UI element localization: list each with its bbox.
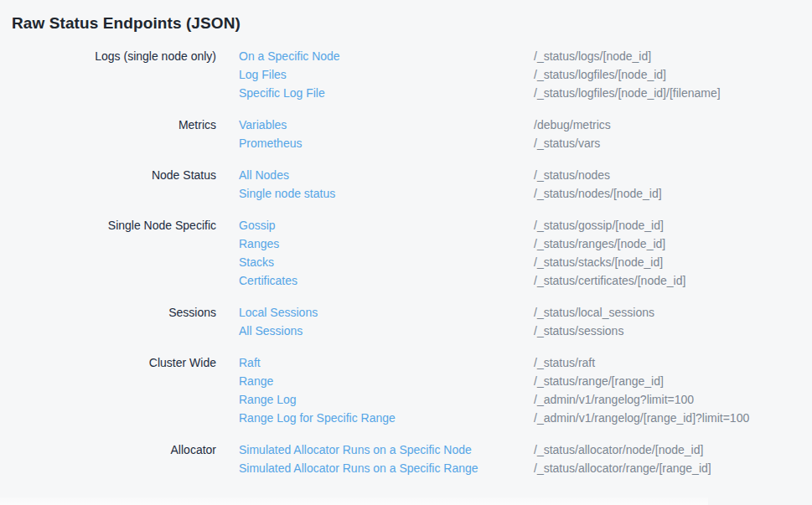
endpoint-row: Prometheus /_status/vars [239, 134, 812, 152]
endpoint-link[interactable]: Local Sessions [239, 303, 511, 322]
endpoint-link[interactable]: Raft [239, 353, 511, 372]
endpoint-path: /_status/certificates/[node_id] [534, 271, 685, 290]
endpoint-row: Simulated Allocator Runs on a Specific R… [239, 459, 812, 477]
endpoint-path: /_status/allocator/range/[range_id] [534, 459, 711, 477]
endpoint-link[interactable]: Stacks [239, 253, 511, 271]
endpoint-row: Range Log for Specific Range /_admin/v1/… [239, 409, 812, 427]
endpoint-path: /_status/logfiles/[node_id] [534, 65, 666, 84]
category-label: Metrics [12, 116, 216, 134]
endpoint-row: All Nodes /_status/nodes [239, 166, 812, 184]
endpoint-row: Raft /_status/raft [239, 353, 812, 372]
endpoint-row: On a Specific Node /_status/logs/[node_i… [239, 47, 812, 65]
endpoint-link[interactable]: Range Log for Specific Range [239, 409, 511, 427]
endpoint-path: /_status/allocator/node/[node_id] [534, 441, 703, 459]
endpoint-link[interactable]: Variables [239, 116, 511, 134]
endpoint-row: Gossip /_status/gossip/[node_id] [239, 216, 812, 234]
endpoint-path: /_status/local_sessions [534, 303, 654, 322]
endpoint-row: Specific Log File /_status/logfiles/[nod… [239, 84, 812, 102]
endpoint-section: Metrics Variables /debug/metrics Prometh… [12, 116, 812, 152]
endpoint-path: /_status/logs/[node_id] [534, 47, 651, 65]
endpoint-link[interactable]: On a Specific Node [239, 47, 511, 65]
endpoint-path: /_admin/v1/rangelog?limit=100 [534, 390, 694, 409]
endpoint-link[interactable]: Specific Log File [239, 84, 511, 102]
endpoint-path: /_status/range/[range_id] [534, 372, 664, 390]
endpoint-path: /_status/sessions [534, 322, 623, 340]
endpoint-link[interactable]: Certificates [239, 271, 511, 290]
endpoint-path: /_status/nodes [534, 166, 610, 184]
endpoint-path: /_status/vars [534, 134, 600, 152]
endpoint-path: /debug/metrics [534, 116, 611, 134]
endpoint-table: Logs (single node only) On a Specific No… [12, 47, 812, 477]
endpoint-path: /_status/nodes/[node_id] [534, 184, 662, 203]
endpoint-path: /_status/stacks/[node_id] [534, 253, 663, 271]
raw-status-endpoints-page: Raw Status Endpoints (JSON) Logs (single… [0, 0, 812, 505]
endpoint-rows: On a Specific Node /_status/logs/[node_i… [239, 47, 812, 102]
endpoint-row: Single node status /_status/nodes/[node_… [239, 184, 812, 203]
endpoint-link[interactable]: Simulated Allocator Runs on a Specific R… [239, 459, 511, 477]
endpoint-row: Range Log /_admin/v1/rangelog?limit=100 [239, 390, 812, 409]
endpoint-path: /_status/raft [534, 353, 595, 372]
endpoint-link[interactable]: Prometheus [239, 134, 511, 152]
bottom-edge-highlight [0, 497, 708, 505]
category-label: Sessions [12, 303, 216, 322]
endpoint-rows: Simulated Allocator Runs on a Specific N… [239, 441, 812, 477]
endpoint-link[interactable]: Gossip [239, 216, 511, 234]
endpoint-row: All Sessions /_status/sessions [239, 322, 812, 340]
endpoint-rows: Raft /_status/raft Range /_status/range/… [239, 353, 812, 427]
endpoint-section: Node Status All Nodes /_status/nodes Sin… [12, 166, 812, 203]
endpoint-row: Certificates /_status/certificates/[node… [239, 271, 812, 290]
endpoint-link[interactable]: All Nodes [239, 166, 511, 184]
endpoint-rows: All Nodes /_status/nodes Single node sta… [239, 166, 812, 203]
endpoint-link[interactable]: Ranges [239, 234, 511, 253]
endpoint-row: Log Files /_status/logfiles/[node_id] [239, 65, 812, 84]
endpoint-section: Cluster Wide Raft /_status/raft Range /_… [12, 353, 812, 427]
endpoint-rows: Gossip /_status/gossip/[node_id] Ranges … [239, 216, 812, 290]
category-label: Logs (single node only) [12, 47, 216, 65]
endpoint-section: Allocator Simulated Allocator Runs on a … [12, 441, 812, 477]
endpoint-row: Variables /debug/metrics [239, 116, 812, 134]
endpoint-section: Sessions Local Sessions /_status/local_s… [12, 303, 812, 340]
endpoint-section: Logs (single node only) On a Specific No… [12, 47, 812, 102]
category-label: Cluster Wide [12, 353, 216, 372]
endpoint-path: /_status/gossip/[node_id] [534, 216, 664, 234]
endpoint-link[interactable]: All Sessions [239, 322, 511, 340]
endpoint-row: Stacks /_status/stacks/[node_id] [239, 253, 812, 271]
endpoint-row: Simulated Allocator Runs on a Specific N… [239, 441, 812, 459]
endpoint-link[interactable]: Log Files [239, 65, 511, 84]
category-label: Node Status [12, 166, 216, 184]
category-label: Single Node Specific [12, 216, 216, 234]
endpoint-path: /_status/ranges/[node_id] [534, 234, 665, 253]
endpoint-path: /_status/logfiles/[node_id]/[filename] [534, 84, 721, 102]
endpoint-link[interactable]: Range Log [239, 390, 511, 409]
endpoint-row: Ranges /_status/ranges/[node_id] [239, 234, 812, 253]
endpoint-link[interactable]: Single node status [239, 184, 511, 203]
endpoint-section: Single Node Specific Gossip /_status/gos… [12, 216, 812, 290]
endpoint-path: /_admin/v1/rangelog/[range_id]?limit=100 [534, 409, 749, 427]
endpoint-row: Local Sessions /_status/local_sessions [239, 303, 812, 322]
endpoint-link[interactable]: Range [239, 372, 511, 390]
endpoint-rows: Variables /debug/metrics Prometheus /_st… [239, 116, 812, 152]
endpoint-link[interactable]: Simulated Allocator Runs on a Specific N… [239, 441, 511, 459]
endpoint-rows: Local Sessions /_status/local_sessions A… [239, 303, 812, 340]
page-title: Raw Status Endpoints (JSON) [12, 11, 812, 35]
endpoint-row: Range /_status/range/[range_id] [239, 372, 812, 390]
category-label: Allocator [12, 441, 216, 459]
